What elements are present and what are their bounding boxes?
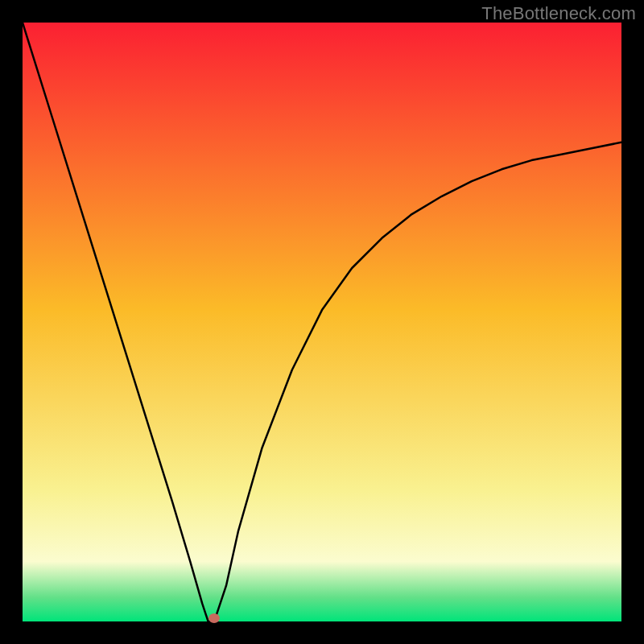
optimal-point-marker	[208, 613, 220, 623]
watermark-label: TheBottleneck.com	[481, 3, 636, 24]
curve-layer	[23, 23, 621, 621]
bottleneck-curve	[23, 23, 621, 621]
chart-frame	[23, 23, 621, 621]
